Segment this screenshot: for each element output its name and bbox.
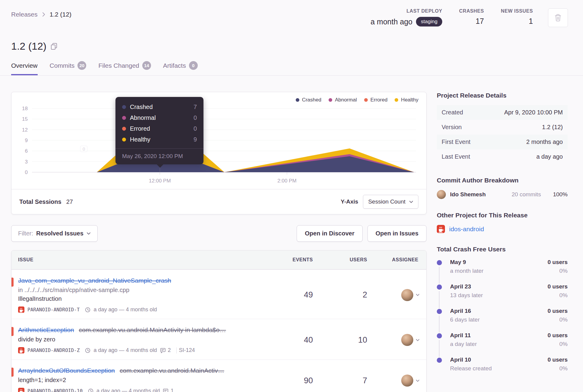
events-count: 40	[271, 335, 313, 345]
tab-label: Artifacts	[163, 62, 186, 69]
assignee-dropdown[interactable]	[367, 334, 426, 346]
copy-icon[interactable]	[51, 43, 57, 50]
users-count: 2	[313, 290, 367, 300]
tab-commits[interactable]: Commits 20	[50, 61, 87, 75]
issue-row: Java_com_example_vu_android_NativeSample…	[11, 269, 426, 319]
sessions-chart[interactable]: 036912151812:00 PM2:00 PM Crashed Abnorm…	[11, 92, 426, 189]
release-details-section: Project Release Details Created Apr 9, 2…	[437, 92, 568, 164]
crash-free-timeline: May 9a month later 0 users0% April 2313 …	[437, 259, 568, 381]
release-detail-page: Releases 1.2 (12) LAST DEPLOY a month ag…	[0, 0, 583, 392]
resolved-marker	[11, 278, 14, 287]
new-issues-value: 1	[529, 17, 533, 26]
svg-text:6: 6	[25, 148, 28, 154]
chart-legend: Crashed Abnormal Errored Healthy	[296, 97, 418, 103]
tooltip-arrow	[157, 164, 163, 168]
tab-files-changed[interactable]: Files Changed 14	[98, 61, 151, 75]
assignee-avatar	[401, 334, 413, 346]
assignee-dropdown[interactable]	[367, 289, 426, 301]
comment-count[interactable]: 2	[160, 347, 171, 353]
crashes-value: 17	[476, 17, 484, 26]
resolved-marker	[11, 327, 14, 336]
project-slug[interactable]: PARANOID-ANDROID-Z	[27, 347, 80, 353]
tab-label: Files Changed	[98, 62, 139, 69]
project-slug[interactable]: PARANOID-ANDROID-10	[27, 388, 83, 392]
chevron-down-icon	[416, 379, 420, 382]
tab-badge: 20	[77, 61, 86, 70]
timeline-dot-icon	[437, 285, 442, 290]
chevron-right-icon	[42, 12, 46, 17]
timeline-entry: April 10Release created 0 users0%	[437, 356, 568, 381]
issue-message: length=1; index=2	[18, 377, 271, 384]
environment-badge: staging	[416, 17, 442, 26]
issues-table: ISSUE EVENTS USERS ASSIGNEE Java_com_exa…	[11, 250, 427, 392]
author-row: Ido Shemesh 20 commits 100%	[437, 190, 568, 199]
other-project-link[interactable]: idos-android	[449, 226, 484, 233]
last-deploy-value: a month ago	[370, 17, 412, 26]
tab-label: Overview	[11, 62, 38, 69]
tab-badge: 0	[189, 61, 198, 70]
sidebar: Project Release Details Created Apr 9, 2…	[437, 92, 568, 392]
chevron-down-icon	[416, 339, 420, 341]
legend-healthy[interactable]: Healthy	[395, 97, 418, 103]
stat-crashes: CRASHES 17	[459, 8, 484, 26]
comment-icon	[163, 388, 169, 392]
assignee-dropdown[interactable]	[367, 375, 426, 387]
breadcrumb-releases-link[interactable]: Releases	[11, 11, 38, 18]
legend-errored[interactable]: Errored	[364, 97, 388, 103]
author-avatar	[437, 190, 446, 199]
timeline-dot-icon	[437, 333, 442, 338]
issue-row: ArithmeticExceptioncom.example.vu.androi…	[11, 319, 426, 359]
issue-age: a day ago — 4 months old	[96, 388, 160, 392]
stat-label: CRASHES	[459, 8, 484, 14]
col-assignee: ASSIGNEE	[367, 257, 426, 263]
timeline-dot-icon	[437, 358, 442, 363]
delete-release-button[interactable]	[548, 8, 568, 27]
assignee-avatar	[401, 375, 413, 387]
page-title: 1.2 (12)	[11, 40, 46, 52]
svg-text:12:00 PM: 12:00 PM	[149, 178, 171, 184]
detail-row: Created Apr 9, 2020 10:00 PM	[437, 105, 568, 120]
detail-row: Last Event a day ago	[437, 149, 568, 164]
comment-count[interactable]: 1	[163, 388, 174, 392]
timeline-entry: April 2313 days later 0 users0%	[437, 283, 568, 308]
sessions-area-chart: 036912151812:00 PM2:00 PM	[11, 92, 426, 189]
release-tabs: Overview Commits 20 Files Changed 14 Art…	[0, 61, 583, 76]
page-header: Releases 1.2 (12) LAST DEPLOY a month ag…	[11, 8, 568, 27]
issue-age: a day ago — 4 months old	[93, 306, 157, 313]
issue-title-link[interactable]: ArithmeticException	[18, 326, 74, 333]
timeline-entry: May 9a month later 0 users0%	[437, 259, 568, 283]
issues-table-header: ISSUE EVENTS USERS ASSIGNEE	[11, 250, 426, 269]
chart-tooltip: Crashed7 Abnormal0 Errored0 Healthy9 May…	[115, 97, 203, 164]
tab-overview[interactable]: Overview	[11, 61, 38, 75]
sessions-chart-card: 036912151812:00 PM2:00 PM Crashed Abnorm…	[11, 92, 427, 214]
section-title: Commit Author Breakdown	[437, 177, 568, 184]
tab-label: Commits	[50, 62, 75, 69]
clock-icon	[85, 307, 90, 313]
chart-footer: Total Sessions 27 Y-Axis Session Count	[11, 189, 426, 214]
legend-abnormal[interactable]: Abnormal	[329, 97, 357, 103]
timeline-entry: April 166 days later 0 users0%	[437, 308, 568, 332]
events-count: 90	[271, 376, 313, 385]
issue-title-link[interactable]: ArrayIndexOutOfBoundsException	[18, 367, 115, 374]
issues-toolbar: Filter: Resolved Issues Open in Discover…	[11, 225, 427, 242]
axis-pointer-ghost-label: 0	[80, 146, 87, 152]
open-in-issues-button[interactable]: Open in Issues	[367, 225, 427, 242]
stat-new-issues: NEW ISSUES 1	[501, 8, 533, 26]
events-count: 49	[271, 290, 313, 300]
clock-icon	[88, 388, 93, 392]
clock-icon	[85, 348, 90, 353]
open-in-discover-button[interactable]: Open in Discover	[297, 225, 363, 242]
section-title: Other Project for This Release	[437, 212, 568, 219]
tab-artifacts[interactable]: Artifacts 0	[163, 61, 198, 75]
project-slug[interactable]: PARANOID-ANDROID-T	[27, 307, 80, 313]
header-stats: LAST DEPLOY a month ago staging CRASHES …	[370, 8, 568, 27]
assignee-avatar	[401, 289, 413, 301]
issue-title-link[interactable]: Java_com_example_vu_android_NativeSample…	[18, 277, 171, 284]
filter-dropdown[interactable]: Filter: Resolved Issues	[11, 225, 98, 242]
release-title-row: 1.2 (12)	[11, 40, 568, 52]
legend-crashed[interactable]: Crashed	[296, 97, 321, 103]
detail-row: First Event 2 months ago	[437, 135, 568, 149]
other-projects-section: Other Project for This Release idos-andr…	[437, 212, 568, 233]
y-axis-select[interactable]: Session Count	[363, 195, 418, 209]
timeline-dot-icon	[437, 260, 442, 265]
